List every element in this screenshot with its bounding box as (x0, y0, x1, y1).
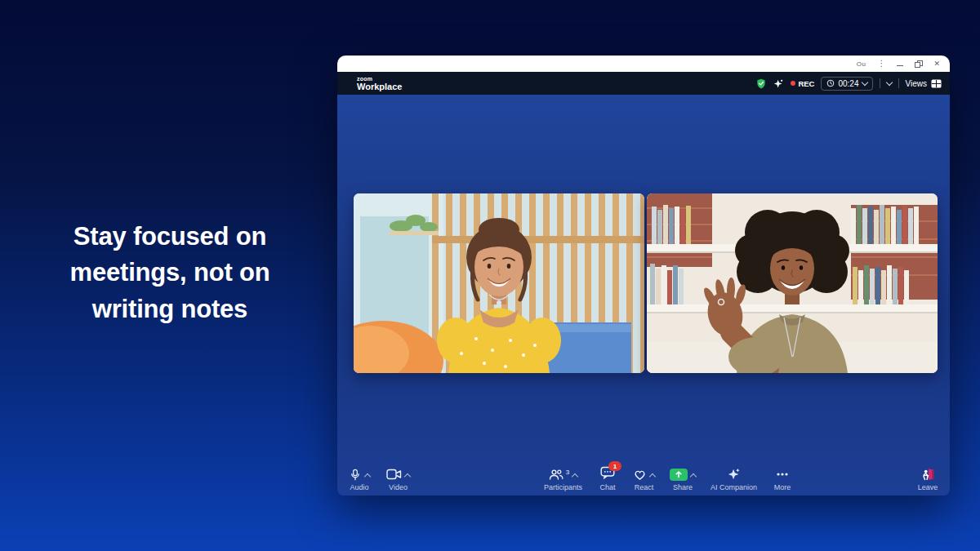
participant-1-video-feed (354, 193, 644, 373)
share-button[interactable]: Share (670, 467, 696, 491)
meeting-timer[interactable]: 00:24 (821, 77, 872, 91)
header-controls: REC 00:24 Views (755, 77, 942, 91)
react-label: React (635, 483, 654, 491)
meeting-canvas: Audio Video (337, 95, 950, 495)
audio-options-chevron-icon[interactable] (364, 473, 371, 480)
chevron-down-icon (861, 79, 867, 86)
audio-label: Audio (350, 483, 368, 491)
timer-value: 00:24 (838, 79, 858, 88)
share-label: Share (673, 483, 693, 491)
video-camera-icon (386, 469, 402, 480)
toolbar-center-group: 3 Participants (544, 467, 793, 491)
views-label: Views (906, 79, 928, 88)
zoom-app-window: Ou ⋮ ✕ zoom Workplace REC (337, 56, 950, 495)
security-shield-icon[interactable] (755, 78, 767, 90)
toolbar-right-group: Leave (917, 467, 938, 491)
gallery-view-icon (931, 79, 942, 88)
chat-label: Chat (599, 483, 615, 491)
leave-door-icon (920, 467, 935, 482)
participants-count: 3 (566, 469, 569, 476)
leave-label: Leave (918, 483, 938, 491)
more-label: More (774, 483, 791, 491)
ai-companion-sparkle-icon (727, 467, 742, 482)
video-label: Video (389, 483, 408, 491)
heart-icon (633, 468, 647, 481)
minimize-icon[interactable] (897, 61, 903, 66)
headline: Stay focused on meetings, not on writing… (31, 206, 309, 340)
window-titlebar: Ou ⋮ ✕ (337, 56, 950, 72)
restore-icon[interactable] (915, 60, 922, 68)
meeting-toolbar: Audio Video (337, 454, 950, 495)
logo-zoom: zoom (357, 76, 402, 82)
divider (880, 78, 880, 88)
leave-button[interactable]: Leave (917, 467, 938, 491)
divider (898, 78, 899, 88)
menu-dots-icon[interactable]: ⋮ (877, 60, 885, 68)
views-button[interactable]: Views (906, 79, 942, 88)
participants-icon (549, 469, 564, 481)
ai-companion-label: AI Companion (710, 483, 757, 491)
share-screen-icon (670, 469, 688, 481)
participant-video-2[interactable] (647, 193, 938, 373)
close-icon[interactable]: ✕ (933, 60, 940, 68)
video-options-chevron-icon[interactable] (404, 473, 411, 480)
share-options-chevron-icon[interactable] (690, 473, 697, 480)
video-button[interactable]: Video (386, 467, 410, 491)
audio-button[interactable]: Audio (349, 467, 370, 491)
rec-dot-icon (791, 81, 795, 86)
ai-companion-button[interactable]: AI Companion (710, 467, 757, 491)
zoom-workplace-logo: zoom Workplace (345, 76, 402, 91)
participants-label: Participants (544, 483, 582, 491)
more-button[interactable]: More (772, 467, 793, 491)
rec-label: REC (798, 79, 814, 88)
react-button[interactable]: React (633, 467, 655, 491)
collapse-chevron-icon[interactable] (885, 79, 892, 86)
chat-unread-badge: 1 (608, 461, 621, 471)
chat-button[interactable]: 1 Chat (597, 467, 618, 491)
participants-button[interactable]: 3 Participants (544, 467, 582, 491)
participants-options-chevron-icon[interactable] (572, 473, 578, 480)
ai-sparkle-icon[interactable] (773, 78, 784, 89)
react-options-chevron-icon[interactable] (649, 473, 656, 480)
meeting-header: zoom Workplace REC 00:24 (337, 72, 950, 95)
microphone-icon (349, 468, 362, 482)
more-dots-icon (776, 472, 789, 477)
participant-2-video-feed (647, 193, 938, 373)
video-strip (354, 193, 938, 373)
toolbar-left-group: Audio Video (349, 467, 410, 491)
profile-chip[interactable]: Ou (857, 60, 866, 68)
participant-video-1[interactable] (354, 193, 644, 373)
logo-workplace: Workplace (357, 82, 402, 91)
recording-indicator[interactable]: REC (791, 79, 814, 88)
clock-icon (826, 79, 835, 87)
